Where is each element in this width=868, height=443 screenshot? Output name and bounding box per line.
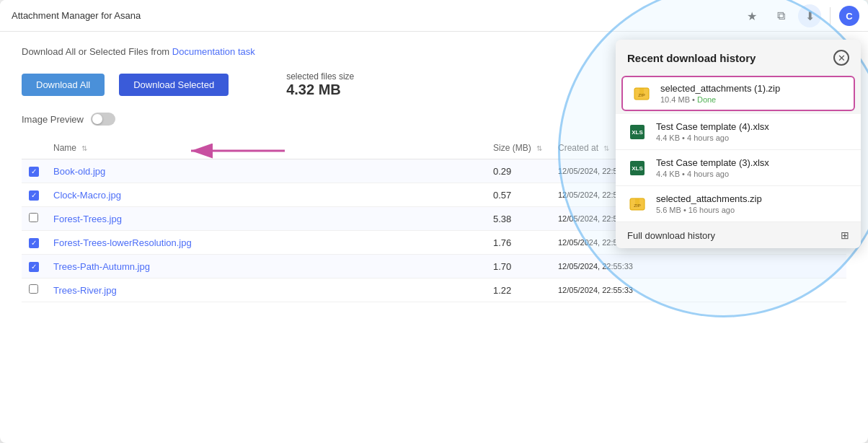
row-notes-cell: [803, 278, 846, 302]
top-bar: Attachment Manager for Asana ★ ⧉ ⬇ C: [0, 0, 868, 32]
row-checkbox-checked[interactable]: ✓: [29, 262, 39, 272]
row-name-cell: Trees-River.jpg: [46, 278, 486, 302]
row-size-cell: 1.70: [486, 255, 551, 278]
history-item-icon: ZIP: [627, 194, 647, 214]
selected-files-size: selected files size 4.32 MB: [286, 71, 354, 98]
row-size-cell: 1.22: [486, 278, 551, 302]
history-item-info: selected_attachments.zip5.6 MB • 16 hour…: [656, 193, 849, 214]
history-item-info: Test Case template (4).xlsx4.4 KB • 4 ho…: [656, 121, 849, 142]
row-size-cell: 5.38: [486, 207, 551, 231]
size-value: 4.32 MB: [286, 82, 354, 98]
download-all-button[interactable]: Download All: [22, 74, 105, 96]
svg-text:ZIP: ZIP: [634, 203, 640, 208]
close-history-button[interactable]: ✕: [833, 50, 849, 66]
external-link-icon[interactable]: ⊞: [841, 229, 849, 241]
history-item[interactable]: ZIPselected_attachments.zip5.6 MB • 16 h…: [616, 186, 861, 222]
file-name-link[interactable]: Trees-Path-Autumn.jpg: [53, 261, 150, 272]
row-status-cell: [731, 255, 803, 278]
history-item[interactable]: XLSTest Case template (3).xlsx4.4 KB • 4…: [616, 150, 861, 186]
history-item-meta: 4.4 KB • 4 hours ago: [656, 133, 849, 142]
avatar[interactable]: C: [839, 6, 859, 26]
row-size-cell: 0.29: [486, 159, 551, 183]
history-item-name: Test Case template (3).xlsx: [656, 157, 849, 168]
svg-text:XLS: XLS: [632, 165, 643, 172]
row-name-cell: Clock-Macro.jpg: [46, 183, 486, 207]
col-size[interactable]: Size (MB) ⇅: [486, 137, 551, 159]
app-title: Attachment Manager for Asana: [12, 10, 141, 21]
image-preview-label: Image Preview: [22, 114, 84, 125]
history-item-meta: 5.6 MB • 16 hours ago: [656, 206, 849, 214]
divider: [830, 7, 831, 25]
col-checkbox: [22, 137, 46, 159]
file-name-link[interactable]: Trees-River.jpg: [53, 285, 117, 296]
browser-chrome: ★ ⧉ ⬇ C: [740, 0, 868, 32]
svg-text:ZIP: ZIP: [638, 93, 645, 97]
row-notes-cell: [803, 255, 846, 278]
row-created-cell: 12/05/2024, 22:55:33: [551, 278, 645, 302]
full-history-link[interactable]: Full download history: [627, 230, 715, 241]
row-checkbox-checked[interactable]: ✓: [29, 238, 39, 248]
history-footer: Full download history ⊞: [616, 222, 861, 248]
history-title: Recent download history: [627, 52, 756, 64]
bookmark-icon[interactable]: ★: [740, 4, 763, 27]
row-name-cell: Book-old.jpg: [46, 159, 486, 183]
row-size-cell: 0.57: [486, 183, 551, 207]
row-checkbox-unchecked[interactable]: [29, 213, 38, 222]
history-item[interactable]: XLSTest Case template (4).xlsx4.4 KB • 4…: [616, 114, 861, 150]
row-name-cell: Forest-Trees-lowerResolution.jpg: [46, 231, 486, 255]
task-link[interactable]: Documentation task: [172, 46, 255, 57]
file-name-link[interactable]: Book-old.jpg: [53, 166, 105, 177]
download-icon[interactable]: ⬇: [798, 4, 821, 27]
history-item-info: Test Case template (3).xlsx4.4 KB • 4 ho…: [656, 157, 849, 178]
history-item-name: Test Case template (4).xlsx: [656, 121, 849, 132]
history-panel: Recent download history ✕ ZIPselected_at…: [616, 40, 861, 248]
selected-files-label: selected files size: [286, 71, 354, 82]
row-tags-cell: [645, 255, 731, 278]
row-tags-cell: [645, 278, 731, 302]
toggle-thumb: [92, 114, 102, 124]
history-item-icon: XLS: [627, 122, 647, 142]
history-item-name: selected_attachments (1).zip: [660, 83, 845, 94]
row-checkbox-checked[interactable]: ✓: [29, 190, 39, 201]
row-checkbox-checked[interactable]: ✓: [29, 167, 39, 177]
extensions-icon[interactable]: ⧉: [769, 4, 792, 27]
image-preview-toggle[interactable]: [91, 113, 115, 126]
history-item-icon: XLS: [627, 158, 647, 178]
svg-text:XLS: XLS: [632, 129, 643, 136]
table-row: Trees-River.jpg1.2212/05/2024, 22:55:33: [22, 278, 846, 302]
file-name-link[interactable]: Clock-Macro.jpg: [53, 190, 121, 201]
row-size-cell: 1.76: [486, 231, 551, 255]
history-header: Recent download history ✕: [616, 40, 861, 73]
history-item-info: selected_attachments (1).zip10.4 MB • Do…: [660, 83, 845, 104]
row-checkbox-cell: ✓: [22, 183, 46, 207]
history-item-name: selected_attachments.zip: [656, 193, 849, 204]
row-name-cell: Trees-Path-Autumn.jpg: [46, 255, 486, 278]
row-checkbox-cell: ✓: [22, 255, 46, 278]
history-item[interactable]: ZIPselected_attachments (1).zip10.4 MB •…: [621, 76, 855, 111]
file-name-link[interactable]: Forest-Trees-lowerResolution.jpg: [53, 237, 192, 248]
history-item-meta: 4.4 KB • 4 hours ago: [656, 170, 849, 178]
history-item-meta: 10.4 MB • Done: [660, 95, 845, 104]
file-name-link[interactable]: Forest-Trees.jpg: [53, 214, 122, 224]
row-checkbox-cell: [22, 207, 46, 231]
row-name-cell: Forest-Trees.jpg: [46, 207, 486, 231]
table-row: ✓Trees-Path-Autumn.jpg1.7012/05/2024, 22…: [22, 255, 846, 278]
history-items-container: ZIPselected_attachments (1).zip10.4 MB •…: [616, 76, 861, 222]
row-checkbox-cell: [22, 278, 46, 302]
row-checkbox-cell: ✓: [22, 159, 46, 183]
row-checkbox-cell: ✓: [22, 231, 46, 255]
row-created-cell: 12/05/2024, 22:55:33: [551, 255, 645, 278]
app-container: Attachment Manager for Asana ★ ⧉ ⬇ C Dow…: [0, 0, 868, 443]
history-item-icon: ZIP: [632, 84, 652, 104]
col-name[interactable]: Name ⇅: [46, 137, 486, 159]
row-status-cell: [731, 278, 803, 302]
download-selected-button[interactable]: Download Selected: [119, 74, 229, 96]
row-checkbox-unchecked[interactable]: [29, 284, 38, 294]
